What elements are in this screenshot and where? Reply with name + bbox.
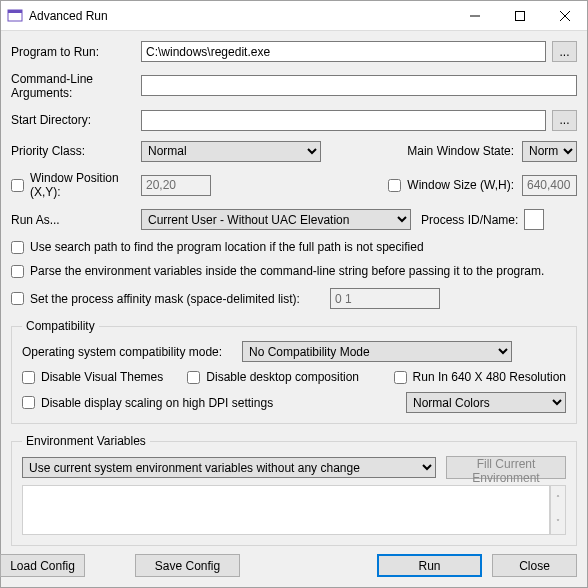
args-label: Command-Line Arguments: <box>11 72 141 100</box>
close-dialog-button[interactable]: Close <box>492 554 577 577</box>
affinity-input <box>330 288 440 309</box>
env-group: Environment Variables Use current system… <box>11 434 577 546</box>
svg-rect-1 <box>8 10 22 13</box>
winpos-input <box>141 175 211 196</box>
compatmode-label: Operating system compatibility mode: <box>22 345 242 359</box>
program-browse-button[interactable]: ... <box>552 41 577 62</box>
load-config-button[interactable]: Load Config <box>0 554 85 577</box>
colors-select[interactable]: Normal Colors <box>406 392 566 413</box>
app-icon <box>7 8 23 24</box>
env-textarea <box>22 485 550 535</box>
winsize-checkbox[interactable] <box>388 179 401 192</box>
r640-checkbox[interactable] <box>394 371 407 384</box>
winsize-label: Window Size (W,H): <box>405 178 514 192</box>
mainwin-select[interactable]: Normal <box>522 141 577 162</box>
dvt-label: Disable Visual Themes <box>39 370 163 384</box>
envmode-select[interactable]: Use current system environment variables… <box>22 457 436 478</box>
chevron-down-icon: ˅ <box>551 510 565 534</box>
save-config-button[interactable]: Save Config <box>135 554 240 577</box>
ddc-checkbox[interactable] <box>187 371 200 384</box>
minimize-button[interactable] <box>452 1 497 30</box>
winpos-label: Window Position (X,Y): <box>28 171 141 199</box>
program-input[interactable] <box>141 41 546 62</box>
mainwin-label: Main Window State: <box>395 144 514 158</box>
compat-group: Compatibility Operating system compatibi… <box>11 319 577 424</box>
searchpath-checkbox[interactable] <box>11 241 24 254</box>
close-button[interactable] <box>542 1 587 30</box>
priority-select[interactable]: Normal <box>141 141 321 162</box>
svg-rect-3 <box>515 11 524 20</box>
runas-label: Run As... <box>11 213 141 227</box>
content: Program to Run: ... Command-Line Argumen… <box>1 31 587 546</box>
compat-legend: Compatibility <box>22 319 99 333</box>
r640-label: Run In 640 X 480 Resolution <box>411 370 566 384</box>
affinity-checkbox[interactable] <box>11 292 24 305</box>
parseenv-label: Parse the environment variables inside t… <box>28 264 544 278</box>
args-input[interactable] <box>141 75 577 96</box>
run-button[interactable]: Run <box>377 554 482 577</box>
priority-label: Priority Class: <box>11 144 141 158</box>
dvt-checkbox[interactable] <box>22 371 35 384</box>
startdir-browse-button[interactable]: ... <box>552 110 577 131</box>
titlebar: Advanced Run <box>1 1 587 31</box>
winsize-input <box>522 175 577 196</box>
startdir-label: Start Directory: <box>11 113 141 127</box>
pidname-input[interactable] <box>524 209 544 230</box>
env-legend: Environment Variables <box>22 434 150 448</box>
program-label: Program to Run: <box>11 45 141 59</box>
startdir-input[interactable] <box>141 110 546 131</box>
ddpi-checkbox[interactable] <box>22 396 35 409</box>
button-bar: Load Config Save Config Run Close <box>1 546 587 587</box>
affinity-label: Set the process affinity mask (space-del… <box>28 292 300 306</box>
ddc-label: Disable desktop composition <box>204 370 359 384</box>
parseenv-checkbox[interactable] <box>11 265 24 278</box>
advanced-run-window: Advanced Run Program to Run: ... Command… <box>0 0 588 588</box>
env-spinner[interactable]: ˄˅ <box>550 485 566 535</box>
searchpath-label: Use search path to find the program loca… <box>28 240 424 254</box>
compatmode-select[interactable]: No Compatibility Mode <box>242 341 512 362</box>
ddpi-label: Disable display scaling on high DPI sett… <box>39 396 273 410</box>
maximize-button[interactable] <box>497 1 542 30</box>
runas-select[interactable]: Current User - Without UAC Elevation <box>141 209 411 230</box>
pidname-label: Process ID/Name: <box>421 213 518 227</box>
chevron-up-icon: ˄ <box>551 486 565 510</box>
winpos-checkbox[interactable] <box>11 179 24 192</box>
fillenv-button: Fill Current Environment <box>446 456 566 479</box>
window-title: Advanced Run <box>29 9 452 23</box>
